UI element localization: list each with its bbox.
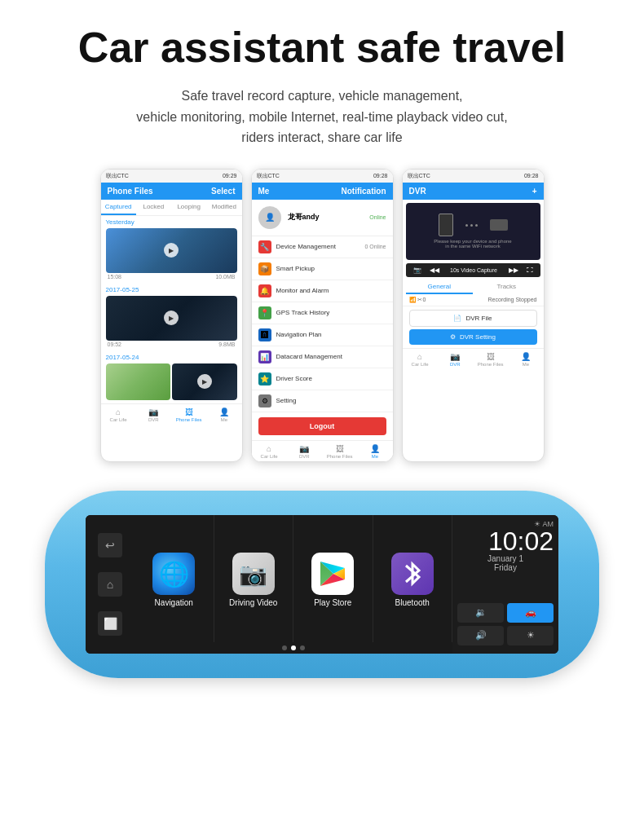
wifi-dots bbox=[465, 224, 478, 227]
nav-car-life-1[interactable]: ⌂ Car Life bbox=[101, 407, 136, 422]
nav-label-me-2: Me bbox=[372, 454, 378, 459]
nav-me-1[interactable]: 👤 Me bbox=[206, 407, 241, 422]
phone1-select[interactable]: Select bbox=[211, 187, 235, 196]
play-store-label: Play Store bbox=[314, 598, 351, 607]
phone2-bottom-nav: ⌂ Car Life 📷 DVR 🖼 Phone Files 👤 Me bbox=[252, 440, 393, 461]
phone1-status-left: 联出CTC bbox=[106, 172, 129, 180]
dvr-camera-icon bbox=[490, 219, 508, 231]
car-icon[interactable]: 🚗 bbox=[507, 603, 554, 623]
nav-me-3[interactable]: 👤 Me bbox=[508, 352, 543, 367]
app-navigation[interactable]: Navigation bbox=[135, 515, 214, 642]
dvr-setting-button[interactable]: ⚙ DVR Setting bbox=[409, 329, 537, 345]
phone3-add[interactable]: + bbox=[532, 187, 537, 196]
home-icon-1: ⌂ bbox=[101, 407, 136, 416]
phone2-mockup: 联出CTC 09:28 Me Notification 👤 龙哥andy Onl… bbox=[251, 169, 394, 462]
ctrl-rewind[interactable]: ◀◀ bbox=[427, 266, 442, 275]
ctrl-capture-label: 10s Video Capture bbox=[445, 267, 503, 273]
phone2-status-left: 联出CTC bbox=[257, 172, 280, 180]
play-btn-2[interactable]: ▶ bbox=[164, 311, 179, 325]
wifi-dot-2 bbox=[470, 224, 473, 227]
nav-plan-icon: 🅰 bbox=[258, 328, 271, 341]
thumb-meta-1: 15:08 10.0MB bbox=[106, 273, 237, 280]
nav-label-car-life-1: Car Life bbox=[110, 417, 127, 422]
tab-locked[interactable]: Locked bbox=[136, 200, 171, 215]
dvr-info-row: 📶 ✂0 Recording Stopped bbox=[403, 294, 544, 306]
dvr-file-button[interactable]: 📄 DVR File bbox=[409, 310, 537, 327]
ctrl-fullscreen[interactable]: ⛶ bbox=[524, 266, 536, 275]
menu-gps-track[interactable]: 📍 GPS Track History bbox=[252, 302, 393, 324]
video-thumb-2[interactable]: ▶ 09:52 9.8MB bbox=[106, 296, 237, 348]
video-thumb-3[interactable]: ▶ bbox=[106, 363, 237, 400]
driving-video-label: Driving Video bbox=[229, 598, 277, 607]
nav-phone-files-1[interactable]: 🖼 Phone Files bbox=[171, 407, 206, 422]
recent-button[interactable]: ⬜ bbox=[98, 611, 122, 636]
brightness-icon[interactable]: ☀ bbox=[507, 626, 554, 645]
back-button[interactable]: ↩ bbox=[98, 533, 122, 557]
tab-modified[interactable]: Modified bbox=[206, 200, 241, 215]
menu-smart-pickup[interactable]: 📦 Smart Pickup bbox=[252, 258, 393, 280]
dvr-tab-general[interactable]: General bbox=[406, 280, 474, 294]
phone3-status-left: 联出CTC bbox=[408, 172, 430, 180]
clock-controls: 🔉 🚗 🔊 ☀ bbox=[457, 600, 554, 649]
bluetooth-label: Bluetooth bbox=[395, 598, 430, 607]
mirror-sidebar: ↩ ⌂ ⬜ bbox=[86, 515, 135, 654]
menu-datacard[interactable]: 📊 Datacard Management bbox=[252, 346, 393, 368]
nav-car-life-3[interactable]: ⌂ Car Life bbox=[403, 352, 438, 367]
menu-driver-score[interactable]: ⭐ Driver Score bbox=[252, 368, 393, 390]
date-2017-05-25: 2017-05-25 bbox=[101, 284, 242, 296]
nav-phone-files-2[interactable]: 🖼 Phone Files bbox=[322, 444, 357, 459]
camera-icon-3: 📷 bbox=[438, 352, 473, 361]
play-btn-1[interactable]: ▶ bbox=[164, 243, 179, 258]
nav-label-phone-files-3: Phone Files bbox=[478, 362, 504, 367]
files-icon-1: 🖼 bbox=[171, 407, 206, 416]
setting-icon: ⚙ bbox=[258, 394, 271, 407]
ctrl-forward[interactable]: ▶▶ bbox=[506, 266, 521, 275]
files-icon-2: 🖼 bbox=[322, 444, 357, 453]
tab-captured[interactable]: Captured bbox=[101, 200, 136, 215]
menu-device-management[interactable]: 🔧 Device Management 0 Online bbox=[252, 236, 393, 258]
menu-nav-plan[interactable]: 🅰 Navigation Plan bbox=[252, 324, 393, 346]
dvr-file-icon: 📄 bbox=[453, 315, 461, 322]
page-title: Car assistant safe travel bbox=[33, 24, 611, 71]
person-icon-2: 👤 bbox=[357, 444, 392, 453]
app-play-store[interactable]: Play Store bbox=[293, 515, 373, 642]
phone2-status-bar: 联出CTC 09:28 bbox=[252, 170, 393, 183]
volume-down-icon[interactable]: 🔉 bbox=[457, 603, 504, 623]
app-bluetooth[interactable]: Bluetooth bbox=[373, 515, 453, 642]
monitor-alarm-icon: 🔔 bbox=[258, 284, 271, 297]
phone2-title: Me bbox=[258, 187, 270, 196]
nav-label-car-life-2: Car Life bbox=[261, 454, 278, 459]
phone1-header: Phone Files Select bbox=[101, 183, 242, 200]
gps-track-label: GPS Track History bbox=[276, 309, 330, 316]
tab-looping[interactable]: Looping bbox=[171, 200, 206, 215]
dvr-phone-icon bbox=[439, 214, 453, 236]
home-button[interactable]: ⌂ bbox=[98, 572, 122, 597]
device-mgmt-icon: 🔧 bbox=[258, 240, 271, 253]
mirror-screen: ↩ ⌂ ⬜ Navigation Dri bbox=[86, 515, 558, 654]
video2-time: 09:52 bbox=[108, 341, 122, 347]
logout-button[interactable]: Logout bbox=[258, 417, 386, 435]
phone2-notification: Notification bbox=[342, 187, 386, 196]
dvr-setting-icon: ⚙ bbox=[450, 333, 456, 341]
volume-up-icon[interactable]: 🔊 bbox=[457, 626, 504, 645]
nav-me-2[interactable]: 👤 Me bbox=[357, 444, 392, 459]
video-thumb-1[interactable]: ▶ 15:08 10.0MB bbox=[106, 228, 237, 280]
dot-3 bbox=[300, 645, 305, 650]
play-btn-3[interactable]: ▶ bbox=[197, 374, 212, 389]
dvr-tabs: General Tracks bbox=[406, 280, 540, 294]
driver-score-icon: ⭐ bbox=[258, 372, 271, 385]
ctrl-photo[interactable]: 📷 bbox=[411, 266, 424, 275]
menu-monitor-alarm[interactable]: 🔔 Monitor and Alarm bbox=[252, 280, 393, 302]
menu-setting[interactable]: ⚙ Setting bbox=[252, 390, 393, 412]
nav-dvr-3[interactable]: 📷 DVR bbox=[438, 352, 473, 367]
nav-label-car-life-3: Car Life bbox=[412, 362, 429, 367]
app-driving-video[interactable]: Driving Video bbox=[214, 515, 294, 642]
nav-dvr-1[interactable]: 📷 DVR bbox=[136, 407, 171, 422]
gps-track-icon: 📍 bbox=[258, 306, 271, 319]
dvr-tab-tracks[interactable]: Tracks bbox=[473, 280, 540, 294]
nav-dvr-2[interactable]: 📷 DVR bbox=[287, 444, 322, 459]
wifi-dot-1 bbox=[465, 224, 468, 227]
device-mgmt-badge: 0 Online bbox=[364, 244, 386, 249]
nav-phone-files-3[interactable]: 🖼 Phone Files bbox=[473, 352, 508, 367]
nav-car-life-2[interactable]: ⌂ Car Life bbox=[252, 444, 287, 459]
